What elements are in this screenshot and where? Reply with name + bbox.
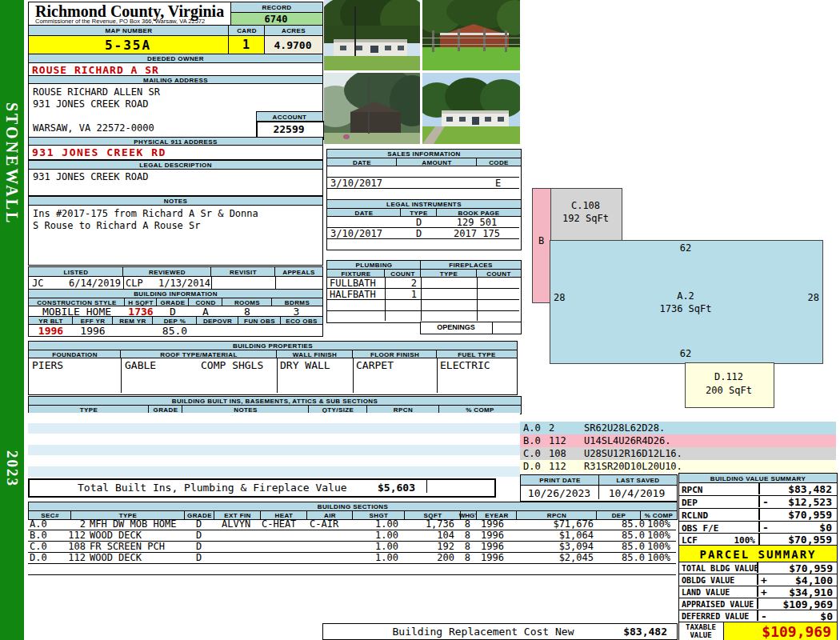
reviewed-by: CLP (126, 278, 143, 289)
bvs-label: DEP (682, 498, 698, 508)
notes-box: Ins #2017-175 from Richard A Sr & Donna … (28, 205, 323, 266)
acres-value: 4.9700 (265, 39, 321, 51)
sec-air: C-AIR (310, 518, 338, 530)
parcel-summary-title-box: PARCEL SUMMARY (678, 545, 838, 563)
sec-eyear: 1996 (481, 541, 504, 552)
section-row: D.0 112 WOOD DECK D 1.00 200 8 1996 $2,0… (28, 552, 676, 564)
divider (421, 278, 422, 321)
building-properties-values: PIERS GABLE COMP SHGLS DRY WALL CARPET E… (28, 358, 518, 395)
card-value: 1 (229, 38, 263, 52)
legend-sec: C.0 (523, 448, 541, 459)
divider (426, 480, 427, 493)
fuel-type-value: ELECTRIC (440, 359, 490, 371)
account-value: 22599 (258, 123, 320, 135)
sketch-a-id: A.2 (550, 290, 821, 302)
divider (477, 278, 478, 321)
bvs-value: $12,523 (763, 496, 832, 508)
sec-shgt: 1.00 (350, 552, 398, 563)
legend-sec: D.0 (523, 461, 541, 472)
bvs-value: $83,482 (763, 483, 832, 495)
sec-grade: D (184, 541, 214, 552)
map-number-box: 5-35A (28, 35, 230, 55)
bvs-value: $70,959 (763, 509, 832, 521)
sales-rows: 3/10/2017 E (326, 166, 522, 200)
sec-type: WOOD DECK (90, 530, 142, 541)
taxable-label-2: VALUE (679, 631, 722, 639)
divider (757, 586, 758, 597)
sec-whgt: 8 (446, 518, 470, 530)
sec-shgt: 1.00 (350, 518, 398, 530)
legal-description-value: 931 JONES CREEK ROAD (33, 171, 149, 182)
section-row: C.0 108 FR SCREEN PCH D 1.00 192 8 1996 … (28, 541, 676, 553)
divider (758, 483, 760, 494)
section-row-empty (28, 563, 676, 575)
sec-qty: 112 (66, 530, 86, 541)
sec-rpcn: $1,064 (514, 530, 594, 541)
sec-type: FR SCREEN PCH (90, 541, 165, 552)
mailing-line-1: ROUSE RICHARD ALLEN SR (33, 86, 160, 98)
sec-id: C.0 (30, 541, 47, 552)
fixture-count-2: 1 (386, 289, 417, 300)
wall-finish-value: DRY WALL (280, 359, 330, 371)
taxable-value-box: $109,969 (723, 622, 838, 640)
listed-by: JC (32, 278, 43, 289)
deeded-owner-value: ROUSE RICHARD A SR (32, 64, 159, 76)
mailing-line-2: 931 JONES CREEK ROAD (33, 98, 149, 110)
legend-path: R31SR20D10L20U10. (584, 461, 682, 472)
physical-address-box: 931 JONES CREEK RD (28, 145, 323, 160)
parcel-value: $70,959 (762, 562, 833, 574)
property-record-card: STONEWALL 2023 Richmond County, Virginia… (0, 0, 840, 640)
map-number-value: 5-35A (29, 38, 227, 53)
floor-finish-value: CARPET (356, 359, 394, 371)
sec-qty: 2 (66, 518, 86, 530)
sec-type: WOOD DECK (90, 552, 142, 563)
sketch-section-d: D.112 200 SqFt (685, 362, 774, 408)
openings-value-box (492, 322, 522, 334)
sketch-a-dim-right: 28 (808, 292, 819, 303)
divider (757, 598, 758, 609)
legend-path: SR62U28L62D28. (584, 422, 665, 434)
parcel-value: $0 (762, 610, 833, 622)
property-photo-4 (422, 73, 520, 144)
row-line (327, 310, 519, 311)
notes-line-1: Ins #2017-175 from Richard A Sr & Donna (33, 208, 258, 219)
sec-heat: C-HEAT (262, 518, 296, 530)
divider (123, 277, 124, 289)
sketch-a-dim-top: 62 (550, 242, 821, 254)
acres-box: 4.9700 (264, 35, 323, 55)
sketch-d-area: 200 SqFt (686, 385, 772, 396)
legal-description-box: 931 JONES CREEK ROAD (28, 169, 323, 196)
built-ins-total-value: $5,603 (334, 482, 415, 494)
built-ins-empty-rows (28, 413, 520, 477)
foundation-value: PIERS (32, 359, 63, 371)
property-photo-2 (422, 0, 520, 70)
property-photo-3 (324, 73, 420, 144)
sketch-b-label: B (533, 235, 550, 246)
divider (757, 562, 758, 573)
sketch-c-id: C.108 (551, 200, 620, 211)
fixture-count-1: 2 (386, 278, 417, 289)
legend-row-c: C.0 108 U28SU12R16D12L16. (520, 447, 836, 460)
divider (277, 358, 278, 393)
physical-address-value: 931 JONES CREEK RD (32, 146, 166, 158)
building-info-values-2: 1996 1996 85.0 (28, 324, 323, 337)
sec-extfin: ALVYN (222, 518, 250, 530)
parcel-label: TOTAL BLDG VALUE (682, 564, 758, 573)
district-name: STONEWALL (2, 102, 21, 225)
divider (275, 277, 276, 289)
depreciation-pct: 85.0 (153, 325, 197, 337)
commissioner-line: Commissioner of the Revenue, PO Box 366,… (35, 18, 205, 25)
openings-label: OPENINGS (421, 323, 491, 331)
sec-qty: 108 (66, 541, 86, 552)
section-row: A.0 2 MFH DW MOB HOME D ALVYN C-HEAT C-A… (28, 518, 676, 530)
divider (437, 358, 438, 393)
bvs-label: RPCN (682, 485, 703, 495)
built-ins-total-row: Total Built Ins, Plumbing & Fireplace Va… (28, 478, 496, 498)
parcel-label: APPRAISED VALUE (682, 600, 754, 609)
legend-sec: A.0 (523, 422, 541, 434)
legend-row-a: A.0 2 SR62U28L62D28. (520, 422, 836, 434)
sec-shgt: 1.00 (350, 541, 398, 552)
print-date-value: 10/26/2023 (521, 487, 598, 499)
plumbing-rows: FULLBATH 2 HALFBATH 1 (326, 277, 522, 323)
bvs-value: $70,959 (763, 534, 832, 546)
